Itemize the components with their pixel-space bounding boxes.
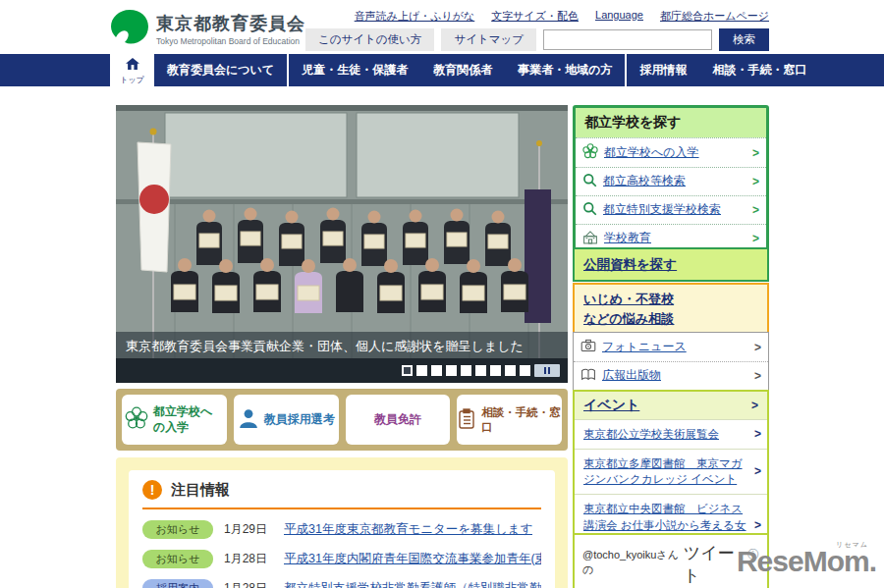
search-input[interactable] — [543, 29, 712, 50]
person-icon — [238, 407, 259, 432]
slide-dot-8[interactable] — [505, 365, 516, 376]
events-header[interactable]: イベント > — [575, 392, 767, 419]
chevron-right-icon: > — [754, 464, 761, 478]
resemom-watermark: リセマム ReseMom. — [737, 545, 876, 578]
utility-link-tocho-home[interactable]: 都庁総合ホームページ — [660, 9, 769, 24]
quick-button-consultation[interactable]: 相談・手続・窓口 — [457, 395, 562, 445]
nav-item-students[interactable]: 児童・生徒・保護者 — [287, 54, 420, 86]
chevron-right-icon: > — [754, 341, 761, 354]
utility-link-voice[interactable]: 音声読み上げ・ふりがな — [355, 9, 475, 24]
twitter-header-handle: @tocho_kyoikuさんの — [582, 548, 684, 577]
utility-link-language[interactable]: Language — [595, 9, 643, 24]
search-icon — [582, 173, 597, 190]
media-links-box: フォトニュース > 広報出版物 > — [573, 332, 769, 391]
site-logo[interactable]: 東京都教育委員会 Tokyo Metropolitan Board of Edu… — [110, 9, 305, 48]
carousel-pagination — [402, 364, 560, 377]
school-finder-item-highschool-search[interactable]: 都立高校等検索 > — [576, 167, 766, 195]
slide-dot-6[interactable] — [475, 365, 486, 376]
news-row: お知らせ 1月29日 平成31年度東京都教育モニターを募集します — [142, 520, 541, 539]
home-icon — [126, 56, 139, 74]
chevron-right-icon: > — [752, 203, 759, 217]
ginkgo-logo-icon — [110, 9, 149, 48]
search-button[interactable]: 検索 — [719, 28, 769, 51]
slide-dot-7[interactable] — [490, 365, 501, 376]
slide-dot-3[interactable] — [431, 365, 442, 376]
quick-button-teacher-exam[interactable]: 教員採用選考 — [234, 395, 339, 445]
nav-item-contact[interactable]: 相談・手続・窓口 — [699, 54, 819, 86]
slide-dot-9[interactable] — [520, 365, 530, 376]
sakura-flower-icon — [582, 143, 598, 162]
news-badge: お知らせ — [142, 520, 213, 539]
news-badge: 採用案内 — [142, 579, 213, 588]
site-title: 東京都教育委員会 — [156, 12, 305, 35]
photo-news-item[interactable]: フォトニュース > — [574, 333, 768, 361]
news-date: 1月28日 — [224, 580, 273, 588]
chevron-right-icon: > — [751, 399, 758, 412]
slide-dot-2[interactable] — [416, 365, 427, 376]
news-section-title: 注目情報 — [171, 481, 230, 500]
quick-button-teacher-license[interactable]: 教員免許 — [346, 395, 451, 445]
public-documents-box[interactable]: 公開資料を探す — [573, 247, 769, 282]
slide-dot-5[interactable] — [461, 365, 471, 376]
chevron-right-icon: > — [754, 427, 761, 441]
event-item[interactable]: 東京都立多摩図書館 東京マガジンバンクカレッジ イベント > — [575, 449, 767, 494]
quick-link-bar: 都立学校への入学 教員採用選考 教員免許 相談・手続・窓口 — [116, 389, 568, 451]
search-icon — [582, 201, 597, 219]
school-finder-item-admission[interactable]: 都立学校への入学 > — [576, 137, 766, 167]
featured-news-section: ! 注目情報 お知らせ 1月29日 平成31年度東京都教育モニターを募集します … — [116, 457, 568, 588]
nav-items: 教育委員会について 児童・生徒・保護者 教育関係者 事業者・地域の方 採用情報 … — [154, 54, 819, 86]
news-row: お知らせ 1月28日 平成31年度内閣府青年国際交流事業参加青年(東京都推薦者)… — [142, 550, 541, 568]
school-building-icon — [582, 230, 598, 247]
bullying-consultation-box[interactable]: いじめ・不登校などの悩み相談 — [573, 283, 769, 335]
page: 東京都教育委員会 Tokyo Metropolitan Board of Edu… — [0, 0, 884, 588]
utility-link-fontsize[interactable]: 文字サイズ・配色 — [491, 9, 579, 24]
sitemap-button[interactable]: サイトマップ — [441, 28, 536, 51]
nav-home-tab[interactable]: トップ — [110, 54, 154, 86]
book-icon — [580, 368, 596, 384]
main-nav: トップ 教育委員会について 児童・生徒・保護者 教育関係者 事業者・地域の方 採… — [0, 54, 884, 86]
event-item[interactable]: 東京都公立学校美術展覧会 > — [575, 419, 767, 449]
news-date: 1月29日 — [224, 521, 273, 538]
pause-button[interactable] — [534, 364, 560, 377]
school-finder-box: 都立学校を探す 都立学校への入学 > 都立高校等検索 > — [573, 105, 769, 255]
chevron-right-icon: > — [752, 146, 759, 160]
utility-links: 音声読み上げ・ふりがな 文字サイズ・配色 Language 都庁総合ホームページ — [355, 9, 769, 24]
news-link[interactable]: 都立特別支援学校非常勤看護師（特別職非常勤職員）の募集 — [284, 580, 541, 588]
nav-item-about[interactable]: 教育委員会について — [154, 54, 287, 86]
chevron-right-icon: > — [754, 518, 761, 532]
news-link[interactable]: 平成31年度内閣府青年国際交流事業参加青年(東京都推薦者)募集 — [284, 551, 541, 567]
school-finder-title: 都立学校を探す — [576, 108, 766, 137]
chevron-right-icon: > — [752, 175, 759, 188]
alert-icon: ! — [142, 480, 162, 500]
nav-item-recruit[interactable]: 採用情報 — [625, 54, 699, 86]
quick-button-admission[interactable]: 都立学校への入学 — [122, 395, 227, 445]
clipboard-icon — [457, 408, 476, 432]
hero-carousel[interactable]: 東京都教育委員会事業貢献企業・団体、個人に感謝状を贈呈しました — [116, 105, 568, 383]
slide-dot-1[interactable] — [402, 365, 413, 376]
search-row: このサイトの使い方 サイトマップ 検索 — [305, 28, 769, 51]
news-badge: お知らせ — [142, 550, 213, 568]
chevron-right-icon: > — [754, 369, 761, 383]
school-finder-item-special-school-search[interactable]: 都立特別支援学校検索 > — [576, 195, 766, 224]
site-usage-button[interactable]: このサイトの使い方 — [305, 28, 434, 51]
pr-publications-item[interactable]: 広報出版物 > — [574, 361, 768, 390]
news-row: 採用案内 1月28日 都立特別支援学校非常勤看護師（特別職非常勤職員）の募集 — [142, 579, 541, 588]
sakura-flower-icon — [125, 406, 148, 433]
nav-item-business[interactable]: 事業者・地域の方 — [505, 54, 625, 86]
chevron-right-icon: > — [752, 232, 759, 245]
camera-icon — [580, 339, 596, 355]
nav-item-educators[interactable]: 教育関係者 — [420, 54, 505, 86]
news-link[interactable]: 平成31年度東京都教育モニターを募集します — [284, 521, 532, 538]
nav-home-label: トップ — [120, 75, 144, 85]
news-date: 1月28日 — [224, 551, 273, 567]
site-subtitle: Tokyo Metropolitan Board of Education — [156, 36, 305, 46]
slide-dot-4[interactable] — [446, 365, 457, 376]
